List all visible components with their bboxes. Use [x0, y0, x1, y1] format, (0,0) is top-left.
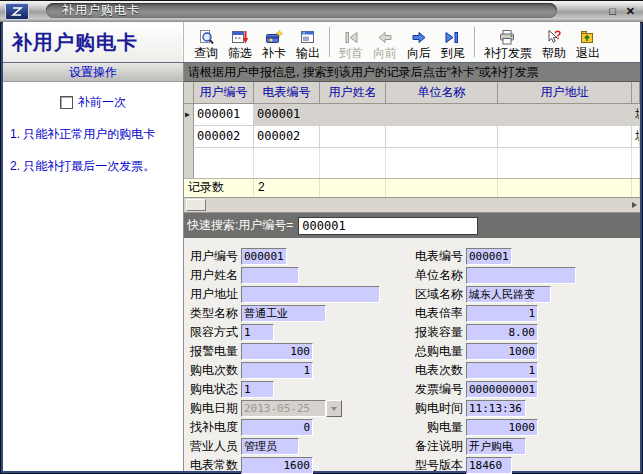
toolbar-button-first[interactable]: 到首 — [334, 24, 368, 60]
toolbar-button-help[interactable]: 帮助 — [537, 24, 571, 60]
toolbar-button-label: 补打发票 — [484, 46, 532, 60]
maximize-button[interactable]: □ — [609, 0, 616, 22]
purchase-date-combo[interactable]: 2013-05-25 — [241, 400, 342, 417]
grid-col-header-clipped — [632, 82, 640, 104]
row-selected-marker: ▶ — [184, 104, 194, 126]
field-purchase-energy[interactable]: 1000 — [466, 419, 538, 436]
field-purchase-time[interactable]: 11:13:36 — [466, 400, 526, 417]
grid-col-header-user-id[interactable]: 用户编号 — [194, 82, 254, 104]
cell-user-address — [498, 104, 632, 126]
main-panel: 请根据用户申报信息, 搜索到该用户的记录后点击“补卡”或补打发票 用户编号 电表… — [184, 63, 640, 471]
instruction-bar: 请根据用户申报信息, 搜索到该用户的记录后点击“补卡”或补打发票 — [184, 63, 640, 82]
toolbar-button-label: 到首 — [339, 46, 363, 60]
toolbar-button-reissue-card[interactable]: 补卡 — [257, 24, 291, 60]
field-operator[interactable]: 管理员 — [241, 438, 299, 455]
filter-calendar-icon — [230, 28, 250, 46]
toolbar-button-filter[interactable]: 筛选 — [223, 24, 257, 60]
field-label-total-energy: 总购电量 — [411, 343, 463, 360]
checkbox-row-reissue-previous[interactable]: 补前一次 — [3, 94, 183, 111]
field-label-adjust-energy: 找补电度 — [186, 419, 238, 436]
field-alarm-energy[interactable]: 100 — [241, 343, 313, 360]
toolbar-button-reprint-invoice[interactable]: 补打发票 — [479, 24, 537, 60]
card-star-icon — [264, 28, 284, 46]
field-model-version[interactable]: 18460 — [466, 457, 512, 474]
field-label-region-name: 区域名称 — [411, 286, 463, 303]
cell-user-address — [498, 126, 632, 148]
field-capacity-mode[interactable]: 1 — [241, 324, 274, 341]
cell-clipped: 城 — [632, 104, 640, 126]
nav-prev-icon — [375, 28, 395, 46]
grid-col-header-meter-id[interactable]: 电表编号 — [254, 82, 320, 104]
records-grid: 用户编号 电表编号 用户姓名 单位名称 用户地址 ▶ 000001 000001 — [184, 82, 640, 198]
nav-last-icon — [443, 28, 463, 46]
quick-search-label: 快速搜索:用户编号= — [184, 217, 293, 234]
table-row[interactable]: 000002 000002 城 — [184, 126, 640, 148]
cell-user-name — [320, 104, 386, 126]
field-meter-count[interactable]: 1 — [466, 362, 538, 379]
field-label-user-id: 用户编号 — [186, 248, 238, 265]
field-meter-constant[interactable]: 1600 — [241, 457, 313, 474]
field-region-name[interactable]: 城东人民路变 — [466, 286, 551, 303]
quick-search-input[interactable] — [298, 217, 478, 235]
search-doc-icon — [196, 28, 216, 46]
cell-user-id: 000002 — [194, 126, 254, 148]
dropdown-button[interactable] — [326, 400, 342, 417]
checkbox-reissue-previous[interactable] — [60, 96, 73, 109]
field-label-remark: 备注说明 — [411, 438, 463, 455]
toolbar-button-label: 退出 — [576, 46, 600, 60]
field-type-name[interactable]: 普通工业 — [241, 305, 326, 322]
grid-col-header-unit-name[interactable]: 单位名称 — [386, 82, 498, 104]
field-installed-capacity[interactable]: 8.00 — [466, 324, 538, 341]
field-meter-ratio[interactable]: 1 — [466, 305, 538, 322]
close-button[interactable]: ✕ — [626, 0, 635, 22]
field-label-capacity-mode: 限容方式 — [186, 324, 238, 341]
field-purchase-count[interactable]: 1 — [241, 362, 313, 379]
grid-col-header-user-name[interactable]: 用户姓名 — [320, 82, 386, 104]
field-purchase-status[interactable]: 1 — [241, 381, 274, 398]
checkbox-label: 补前一次 — [78, 94, 126, 111]
toolbar-button-exit[interactable]: 退出 — [571, 24, 605, 60]
toolbar-button-label: 筛选 — [228, 46, 252, 60]
field-user-name[interactable] — [241, 267, 299, 284]
field-label-invoice-number: 发票编号 — [411, 381, 463, 398]
toolbar-button-label: 向后 — [407, 46, 431, 60]
grid-summary-row: 记录数 2 — [184, 178, 640, 198]
cell-clipped: 城 — [632, 126, 640, 148]
grid-col-header-user-address[interactable]: 用户地址 — [498, 82, 632, 104]
toolbar-button-label: 输出 — [296, 46, 320, 60]
field-label-purchase-time: 购电时间 — [411, 400, 463, 417]
record-count-value: 2 — [254, 179, 320, 197]
field-user-id[interactable]: 000001 — [241, 248, 287, 265]
field-user-address[interactable] — [241, 286, 380, 303]
cell-unit-name — [386, 104, 498, 126]
toolbar-button-last[interactable]: 到尾 — [436, 24, 470, 60]
page-title: 补用户购电卡 — [12, 29, 138, 56]
toolbar-button-label: 帮助 — [542, 46, 566, 60]
field-invoice-number[interactable]: 0000000001 — [466, 381, 538, 398]
cell-meter-id: 000002 — [254, 126, 320, 148]
horizontal-scrollbar[interactable] — [184, 198, 640, 213]
app-logo-icon — [5, 3, 29, 20]
export-window-icon — [298, 28, 318, 46]
toolbar-separator — [474, 27, 475, 57]
app-window: 补用户购电卡 □ ✕ 补用户购电卡 查询 — [0, 0, 643, 474]
grid-empty-area — [184, 148, 640, 178]
field-remark[interactable]: 开户购电 — [466, 438, 526, 455]
field-label-type-name: 类型名称 — [186, 305, 238, 322]
toolbar-button-export[interactable]: 输出 — [291, 24, 325, 60]
cell-unit-name — [386, 126, 498, 148]
toolbar-button-query[interactable]: 查询 — [189, 24, 223, 60]
scrollbar-thumb[interactable] — [186, 199, 206, 211]
field-adjust-energy[interactable]: 0 — [241, 419, 313, 436]
nav-first-icon — [341, 28, 361, 46]
scroll-right-arrow-icon[interactable] — [632, 202, 637, 208]
toolbar-button-label: 补卡 — [262, 46, 286, 60]
field-unit-name[interactable] — [466, 267, 576, 284]
table-row[interactable]: ▶ 000001 000001 城 — [184, 104, 640, 126]
field-purchase-date[interactable]: 2013-05-25 — [241, 400, 326, 417]
field-total-energy[interactable]: 1000 — [466, 343, 538, 360]
toolbar-button-prev[interactable]: 向前 — [368, 24, 402, 60]
toolbar-button-label: 到尾 — [441, 46, 465, 60]
toolbar-button-next[interactable]: 向后 — [402, 24, 436, 60]
field-meter-id[interactable]: 000001 — [466, 248, 512, 265]
